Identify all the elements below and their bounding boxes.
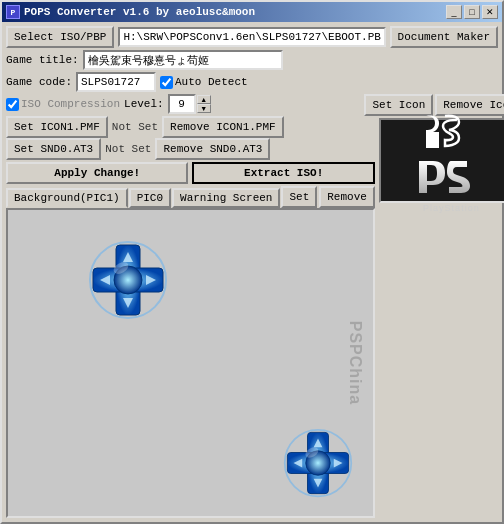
remove-button[interactable]: Remove xyxy=(319,186,375,208)
spinner-buttons: ▲ ▼ xyxy=(197,95,211,113)
spinner-up-button[interactable]: ▲ xyxy=(197,95,211,104)
window-controls: _ □ ✕ xyxy=(446,5,498,19)
tab-warning-screen[interactable]: Warning Screen xyxy=(172,188,280,208)
spinner-down-button[interactable]: ▼ xyxy=(197,104,211,113)
tabs-set-row: Background(PIC1) PIC0 Warning Screen Set… xyxy=(6,186,375,208)
iso-compression-checkbox[interactable] xyxy=(6,98,19,111)
snd0-status: Not Set xyxy=(105,143,151,155)
set-icon1-button[interactable]: Set ICON1.PMF xyxy=(6,116,108,138)
canvas-area: PSPChina xyxy=(6,208,375,518)
main-window: P POPS Converter v1.6 by aeolusc&moon _ … xyxy=(0,0,504,524)
tabs-group: Background(PIC1) PIC0 Warning Screen xyxy=(6,188,280,208)
game-code-input[interactable] xyxy=(76,72,156,92)
extract-iso-button[interactable]: Extract ISO! xyxy=(192,162,374,184)
app-icon: P xyxy=(6,5,20,19)
game-title-label: Game title: xyxy=(6,54,79,66)
auto-detect-area: Auto Detect xyxy=(160,76,248,89)
iso-compression-label[interactable]: ISO Compression xyxy=(21,98,120,110)
main-area: ISO Compression Level: ▲ ▼ Set ICON1.PMF… xyxy=(6,94,498,518)
icon1-status: Not Set xyxy=(112,121,158,133)
apply-change-button[interactable]: Apply Change! xyxy=(6,162,188,184)
close-button[interactable]: ✕ xyxy=(482,5,498,19)
game-code-row: Game code: Auto Detect xyxy=(6,72,498,92)
document-maker-button[interactable]: Document Maker xyxy=(390,26,498,48)
level-spinner-area: ▲ ▼ xyxy=(168,94,211,114)
compression-area: ISO Compression xyxy=(6,98,120,111)
psp-china-label: PSPChina xyxy=(344,321,365,405)
maximize-button[interactable]: □ xyxy=(464,5,480,19)
auto-detect-checkbox[interactable] xyxy=(160,76,173,89)
window-title: POPS Converter v1.6 by aeolusc&moon xyxy=(24,6,255,18)
action-row: Apply Change! Extract ISO! xyxy=(6,162,375,184)
tab-pic0[interactable]: PIC0 xyxy=(129,188,171,208)
set-remove-group: Set Remove xyxy=(281,186,374,208)
file-path-input[interactable] xyxy=(118,27,385,47)
window-content: Select ISO/PBP Document Maker Game title… xyxy=(2,22,502,522)
left-panel: ISO Compression Level: ▲ ▼ Set ICON1.PMF… xyxy=(6,94,375,518)
remove-icon1-button[interactable]: Remove ICON1.PMF xyxy=(162,116,284,138)
set-button[interactable]: Set xyxy=(281,186,317,208)
remove-snd0-button[interactable]: Remove SND0.AT3 xyxy=(155,138,270,160)
select-iso-button[interactable]: Select ISO/PBP xyxy=(6,26,114,48)
game-title-row: Game title: xyxy=(6,50,498,70)
icon-display: PlayStation xyxy=(379,118,504,203)
compression-row: ISO Compression Level: ▲ ▼ xyxy=(6,94,375,114)
level-spinner-input[interactable] xyxy=(168,94,196,114)
dpad-icon-1 xyxy=(88,240,168,323)
tab-background-pic1[interactable]: Background(PIC1) xyxy=(6,188,128,208)
set-snd0-button[interactable]: Set SND0.AT3 xyxy=(6,138,101,160)
game-title-input[interactable] xyxy=(83,50,283,70)
level-label: Level: xyxy=(124,98,164,110)
title-bar: P POPS Converter v1.6 by aeolusc&moon _ … xyxy=(2,2,502,22)
auto-detect-label[interactable]: Auto Detect xyxy=(175,76,248,88)
playstation-text: PlayStation xyxy=(423,203,480,213)
ps-symbol-svg xyxy=(421,108,481,153)
ps-logo: PlayStation xyxy=(411,108,491,213)
right-panel: Set Icon Remove Icon xyxy=(379,94,504,518)
dpad-icon-2 xyxy=(283,428,353,501)
iso-row: Select ISO/PBP Document Maker xyxy=(6,26,498,48)
game-code-label: Game code: xyxy=(6,76,72,88)
minimize-button[interactable]: _ xyxy=(446,5,462,19)
icon1-row: Set ICON1.PMF Not Set Remove ICON1.PMF xyxy=(6,116,375,138)
snd0-row: Set SND0.AT3 Not Set Remove SND0.AT3 xyxy=(6,138,375,160)
